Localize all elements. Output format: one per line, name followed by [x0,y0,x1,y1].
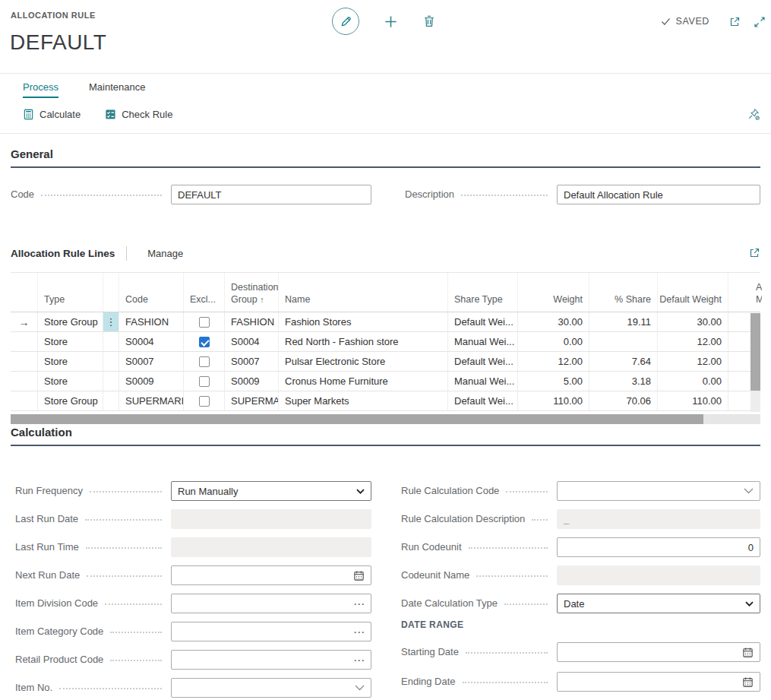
row-selector-cell[interactable]: → [11,312,38,332]
cell-code[interactable]: S0009 [119,372,184,391]
date-calculation-type-select[interactable]: Date [557,594,760,613]
row-menu-cell[interactable] [103,352,119,372]
cell-weight[interactable]: 0.00 [518,332,589,352]
cell-name[interactable]: Fashion Stores [279,312,448,332]
excl-checkbox[interactable] [199,376,210,387]
calendar-icon[interactable] [742,676,754,688]
vertical-scrollbar-thumb[interactable] [750,313,760,391]
cell-excl[interactable] [184,391,225,411]
cell-destination-group[interactable]: FASHION [225,312,279,332]
cell-share-type[interactable]: Default Wei... [448,312,518,332]
cell-pct-share[interactable]: 70.06 [589,391,658,411]
cell-pct-share[interactable]: 7.64 [589,352,658,372]
row-selector-cell[interactable] [11,352,38,372]
cell-type[interactable]: Store [38,372,103,391]
cell-code[interactable]: S0004 [119,332,184,352]
row-selector-cell[interactable] [11,332,38,352]
col-excl[interactable]: Excl... [184,273,225,312]
cell-destination-group[interactable]: SUPERMARK [225,391,279,411]
cell-weight[interactable]: 110.00 [518,391,589,411]
tab-process[interactable]: Process [23,81,58,98]
col-code[interactable]: Code [119,273,184,312]
cell-weight[interactable]: 30.00 [518,312,589,332]
cell-code[interactable]: S0007 [119,352,184,372]
row-selector-cell[interactable] [11,372,38,391]
assist-edit-icon[interactable]: ⋯ [353,654,365,666]
next-run-date-input[interactable] [171,565,371,585]
cell-default-weight[interactable]: 12.00 [658,352,728,372]
cell-default-weight[interactable]: 0.00 [658,372,728,391]
horizontal-scrollbar[interactable] [11,414,760,424]
cell-default-weight[interactable]: 110.00 [658,391,728,411]
cell-type[interactable]: Store [38,332,103,352]
excl-checkbox[interactable] [199,356,210,367]
calendar-icon[interactable] [742,647,754,658]
cell-pct-share[interactable] [589,332,658,352]
calculate-button[interactable]: Calculate [23,109,81,120]
cell-share-type[interactable]: Manual Wei... [448,332,518,352]
delete-button[interactable] [422,14,436,28]
tab-maintenance[interactable]: Maintenance [89,81,145,98]
col-destination-group[interactable]: Destination Group ↑ [225,273,279,312]
cell-code[interactable]: SUPERMARK [119,391,184,411]
col-type[interactable]: Type [38,273,103,312]
calendar-icon[interactable] [353,570,365,581]
retail-product-code-input[interactable]: ⋯ [171,650,371,670]
cell-type[interactable]: Store [38,352,103,372]
col-pct-share[interactable]: % Share [589,273,658,312]
cell-pct-share[interactable]: 3.18 [589,372,658,391]
code-input[interactable]: DEFAULT [171,185,371,204]
cell-excl[interactable] [184,352,225,372]
rule-calculation-code-input[interactable] [557,481,760,501]
manage-menu[interactable]: Manage [147,248,183,259]
cell-excl[interactable] [184,372,225,391]
col-am[interactable]: AM [728,273,762,312]
cell-name[interactable]: Super Markets [279,391,448,411]
cell-excl[interactable] [184,312,225,332]
col-default-weight[interactable]: Default Weight [658,273,728,312]
cell-destination-group[interactable]: S0004 [225,332,279,352]
description-input[interactable]: Default Allocation Rule [557,185,760,204]
excl-checkbox[interactable] [199,317,210,328]
cell-type[interactable]: Store Group [38,391,103,411]
lookup-chevron-icon[interactable] [744,488,754,494]
cell-share-type[interactable]: Default Wei... [448,391,518,411]
run-codeunit-input[interactable]: 0 [557,537,760,557]
cell-type[interactable]: Store Group [38,312,103,332]
item-no-input[interactable] [171,678,371,698]
cell-default-weight[interactable]: 12.00 [658,332,728,352]
assist-edit-icon[interactable]: ⋯ [353,598,365,610]
cell-excl[interactable] [184,332,225,352]
unpin-button[interactable] [747,108,760,121]
col-share-type[interactable]: Share Type [448,273,518,312]
cell-weight[interactable]: 5.00 [518,372,589,391]
edit-button[interactable] [332,8,359,35]
cell-share-type[interactable]: Default Wei... [448,352,518,372]
cell-weight[interactable]: 12.00 [518,352,589,372]
row-menu-cell[interactable] [103,391,119,411]
open-in-window-button[interactable] [728,16,741,28]
col-weight[interactable]: Weight [518,273,589,312]
cell-default-weight[interactable]: 30.00 [658,312,728,332]
cell-share-type[interactable]: Manual Wei... [448,372,518,391]
collapse-button[interactable] [754,16,766,28]
item-category-code-input[interactable]: ⋯ [171,622,371,641]
row-menu-cell[interactable] [103,332,119,352]
cell-name[interactable]: Pulsar Electronic Store [279,352,448,372]
cell-name[interactable]: Red North - Fashion store [279,332,448,352]
item-division-code-input[interactable]: ⋯ [171,594,371,613]
run-frequency-select[interactable]: Run Manually [171,481,371,501]
lookup-chevron-icon[interactable] [355,685,365,691]
cell-name[interactable]: Cronus Home Furniture [279,372,448,391]
row-selector-cell[interactable] [11,391,38,411]
horizontal-scrollbar-thumb[interactable] [11,414,703,424]
excl-checkbox[interactable] [199,337,210,347]
excl-checkbox[interactable] [199,396,210,407]
starting-date-input[interactable] [557,642,760,662]
expand-lines-button[interactable] [748,247,760,259]
row-menu-button[interactable]: ⋮ [103,312,119,332]
assist-edit-icon[interactable]: ⋯ [353,626,365,638]
row-menu-cell[interactable] [103,372,119,391]
cell-destination-group[interactable]: S0009 [225,372,279,391]
check-rule-button[interactable]: Check Rule [105,109,172,120]
